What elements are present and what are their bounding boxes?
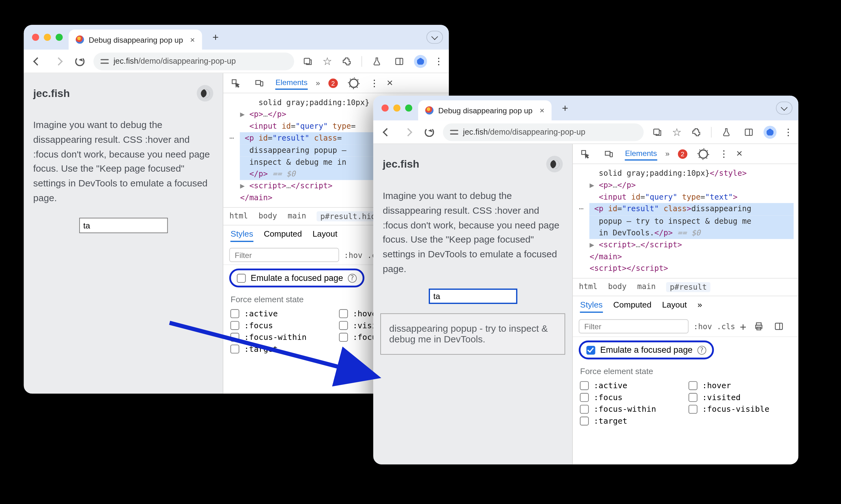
devtools-menu[interactable]: ⋮ [719,148,728,159]
tab-elements[interactable]: Elements [276,78,308,90]
maximize-window-icon[interactable] [405,105,412,112]
window-controls[interactable] [382,105,412,112]
theme-toggle[interactable] [546,156,563,173]
hov-toggle[interactable]: :hov [694,322,712,331]
address-bar[interactable]: jec.fish/demo/disappearing-pop-up [93,52,294,70]
close-window-icon[interactable] [382,105,389,112]
crumb-body[interactable]: body [259,212,277,221]
new-rule-icon[interactable]: + [740,320,746,332]
site-settings-icon[interactable] [101,58,109,65]
state-focus-within[interactable]: :focus-within [230,332,333,342]
back-button[interactable] [379,124,395,140]
inspect-icon[interactable] [228,75,244,91]
tab-computed[interactable]: Computed [264,229,302,242]
theme-toggle[interactable] [197,85,213,102]
inspect-icon[interactable] [578,146,593,162]
tab-styles[interactable]: Styles [580,300,603,313]
crumb-html[interactable]: html [579,282,598,292]
address-bar[interactable]: jec.fish/demo/disappearing-pop-up [443,123,644,141]
tab-computed[interactable]: Computed [613,300,651,313]
error-badge[interactable]: 2 [678,149,687,159]
emulate-focused-page-option[interactable]: Emulate a focused page ? [579,341,714,359]
tabs-dropdown-button[interactable] [776,102,793,114]
state-focus-visible[interactable]: :focus-visible [689,404,791,414]
devtools-close-icon[interactable]: × [736,147,742,160]
tab-layout[interactable]: Layout [313,229,337,242]
print-icon[interactable] [751,319,767,334]
tab-more[interactable]: » [665,149,669,158]
emulate-checkbox[interactable] [586,345,595,354]
new-tab-button[interactable]: + [557,101,573,116]
crumb-main[interactable]: main [288,212,306,221]
profile-avatar[interactable] [764,126,776,138]
hov-toggle[interactable]: :hov [344,251,363,259]
new-tab-button[interactable]: + [208,30,223,45]
reload-button[interactable] [72,53,88,69]
browser-tab[interactable]: Debug disappearing pop up × [418,101,551,121]
crumb-result[interactable]: p#result.hid [317,212,379,221]
tabs-dropdown-button[interactable] [426,31,443,43]
devtools-menu[interactable]: ⋮ [370,77,379,89]
query-input[interactable] [429,288,517,304]
state-focus[interactable]: :focus [580,393,683,402]
devtools-close-icon[interactable]: × [387,77,393,89]
panels-icon[interactable] [391,53,407,69]
minimize-window-icon[interactable] [393,105,401,112]
state-hover[interactable]: :hover [689,381,791,390]
crumb-main[interactable]: main [637,282,656,292]
dom-tree[interactable]: solid gray;padding:10px}</style> ▶ <p>…<… [573,164,798,278]
site-settings-icon[interactable] [450,128,458,136]
reload-button[interactable] [422,124,437,140]
bookmark-icon[interactable]: ☆ [672,126,682,138]
panels-icon[interactable] [741,124,756,140]
query-input[interactable] [79,218,168,233]
install-app-icon[interactable] [300,53,315,69]
panels-icon[interactable] [771,319,786,334]
emulate-checkbox[interactable] [237,274,246,283]
state-visited[interactable]: :visited [689,393,791,402]
browser-tab[interactable]: Debug disappearing pop up × [69,30,202,50]
minimize-window-icon[interactable] [44,34,51,41]
labs-icon[interactable] [719,124,734,140]
crumb-result[interactable]: p#result [666,282,711,292]
tab-elements[interactable]: Elements [625,149,657,161]
settings-icon[interactable] [346,75,362,91]
tab-styles[interactable]: Styles [230,229,253,242]
close-tab-icon[interactable]: × [540,106,544,115]
labs-icon[interactable] [369,53,384,69]
tab-styles-more[interactable]: » [698,300,702,313]
maximize-window-icon[interactable] [56,34,63,41]
state-active[interactable]: :active [580,381,683,390]
browser-menu-button[interactable]: ⋮ [434,56,443,67]
extensions-icon[interactable] [339,53,354,69]
emulate-focused-page-option[interactable]: Emulate a focused page ? [230,269,364,287]
cls-toggle[interactable]: .cls [717,322,735,331]
extensions-icon[interactable] [689,124,704,140]
state-active[interactable]: :active [230,309,333,318]
state-target[interactable]: :target [230,344,333,354]
profile-avatar[interactable] [414,55,427,68]
state-focus[interactable]: :focus [230,321,333,330]
settings-icon[interactable] [696,146,711,162]
tab-more[interactable]: » [316,78,320,87]
install-app-icon[interactable] [649,124,665,140]
window-controls[interactable] [32,34,63,41]
styles-filter-input[interactable] [579,320,689,334]
back-button[interactable] [30,53,45,69]
crumb-body[interactable]: body [608,282,627,292]
device-icon[interactable] [601,146,617,162]
crumb-html[interactable]: html [230,212,248,221]
error-badge[interactable]: 2 [328,78,338,88]
breadcrumb[interactable]: html body main p#result [573,278,798,295]
state-focus-within[interactable]: :focus-within [580,404,683,414]
help-icon[interactable]: ? [348,274,356,283]
device-icon[interactable] [252,75,267,91]
styles-filter-input[interactable] [230,248,339,262]
browser-menu-button[interactable]: ⋮ [784,126,792,138]
state-target[interactable]: :target [580,416,683,426]
close-tab-icon[interactable]: × [190,35,195,44]
close-window-icon[interactable] [32,34,39,41]
bookmark-icon[interactable]: ☆ [322,55,332,68]
tab-layout[interactable]: Layout [662,300,687,313]
help-icon[interactable]: ? [697,345,706,354]
